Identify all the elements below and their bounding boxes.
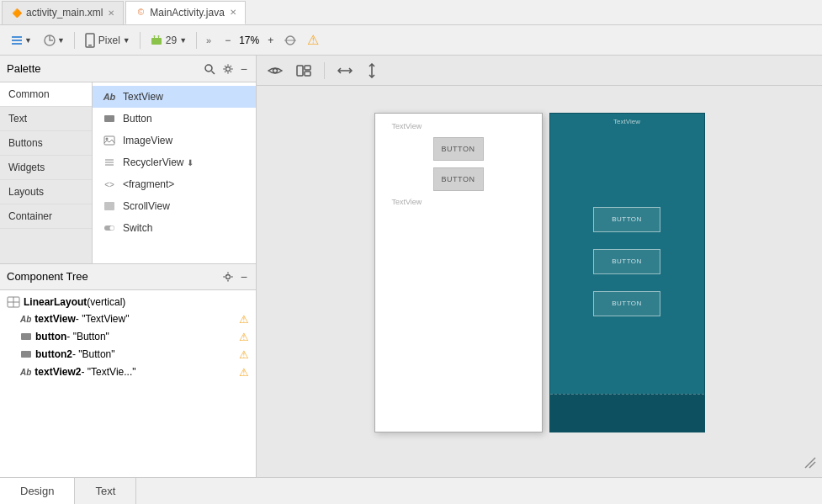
design-textview-bottom: TextView xyxy=(392,198,422,206)
tab-activity-main-label: activity_main.xml xyxy=(26,7,103,19)
widget-fragment[interactable]: <> <fragment> xyxy=(93,173,256,195)
bp-buttons-area: BUTTON BUTTON BUTTON xyxy=(550,129,704,394)
category-container[interactable]: Container xyxy=(0,204,92,229)
widget-scrollview[interactable]: ScrollView xyxy=(93,195,256,217)
layers-icon xyxy=(9,33,24,48)
widget-textview-label: TextView xyxy=(123,91,163,103)
design-device-inner: TextView BUTTON BUTTON TextView xyxy=(375,114,542,432)
widget-recyclerview[interactable]: RecyclerView ⬇ xyxy=(93,151,256,173)
widget-fragment-label: <fragment> xyxy=(123,178,174,190)
palette-close-button[interactable]: − xyxy=(239,61,249,77)
widget-switch[interactable]: Switch xyxy=(93,217,256,239)
bottom-tabs: Design Text xyxy=(0,477,822,504)
tree-gear-icon xyxy=(222,271,234,283)
tree-button2[interactable]: button2- "Button" ⚠ xyxy=(0,346,256,363)
tree-button1[interactable]: button- "Button" ⚠ xyxy=(0,328,256,346)
svg-rect-30 xyxy=(21,351,31,358)
tab-activity-main-close[interactable]: ✕ xyxy=(108,8,114,18)
svg-rect-34 xyxy=(305,72,310,76)
gear-icon xyxy=(222,63,234,75)
design-button1[interactable]: BUTTON xyxy=(433,137,484,161)
palette-tools: − xyxy=(202,61,249,77)
tree-settings-button[interactable] xyxy=(220,269,236,284)
tree-textview1[interactable]: Ab textView- "TextView" ⚠ xyxy=(0,310,256,328)
widget-recyclerview-label: RecyclerView xyxy=(123,157,183,168)
svg-rect-2 xyxy=(12,43,22,45)
api-label: 29 xyxy=(166,34,177,46)
widget-imageview-label: ImageView xyxy=(123,135,172,146)
zoom-in-button[interactable]: + xyxy=(263,33,278,48)
svg-rect-32 xyxy=(297,66,303,76)
dual-view: TextView BUTTON BUTTON TextView TextView… xyxy=(374,113,705,432)
palette-title: Palette xyxy=(7,62,202,75)
button1-warning: ⚠ xyxy=(239,331,249,343)
linearlayout-icon xyxy=(7,296,20,308)
resize-handle[interactable] xyxy=(803,456,817,472)
bp-button3[interactable]: BUTTON xyxy=(593,291,660,316)
api-selector[interactable]: 29 ▼ xyxy=(146,33,191,48)
svg-rect-0 xyxy=(12,36,22,38)
svg-line-14 xyxy=(211,71,215,74)
category-text[interactable]: Text xyxy=(0,107,92,131)
canvas-area[interactable]: TextView BUTTON BUTTON TextView TextView… xyxy=(257,56,822,477)
bp-button1[interactable]: BUTTON xyxy=(593,207,660,232)
widget-button[interactable]: Button xyxy=(93,108,256,130)
component-tree-tools: − xyxy=(220,269,249,284)
category-buttons[interactable]: Buttons xyxy=(0,131,92,156)
textview2-warning: ⚠ xyxy=(239,366,249,379)
tree-linearlayout[interactable]: LinearLayout(vertical) xyxy=(0,294,256,310)
orientation-button[interactable]: ▼ xyxy=(38,31,69,50)
eye-button[interactable] xyxy=(263,63,287,78)
switch-icon xyxy=(101,221,118,235)
layers-button[interactable]: ▼ xyxy=(5,31,36,50)
zoom-out-button[interactable]: − xyxy=(220,33,235,48)
design-device[interactable]: TextView BUTTON BUTTON TextView xyxy=(374,113,543,432)
phone-icon xyxy=(84,33,96,48)
more-options-button[interactable]: » xyxy=(202,34,215,47)
left-panel: Palette − xyxy=(0,56,257,477)
palette-search-button[interactable] xyxy=(202,61,217,77)
bottom-tab-text[interactable]: Text xyxy=(75,478,136,504)
category-common[interactable]: Common xyxy=(0,82,92,107)
tab-main-activity[interactable]: © MainActivity.java ✕ xyxy=(125,1,245,24)
svg-point-8 xyxy=(157,35,159,37)
bottom-tab-design[interactable]: Design xyxy=(0,478,75,504)
fit-screen-button[interactable] xyxy=(279,32,301,49)
category-widgets[interactable]: Widgets xyxy=(0,156,92,180)
blueprint-toggle-button[interactable] xyxy=(292,63,316,78)
tab-activity-main[interactable]: 🔶 activity_main.xml ✕ xyxy=(2,1,124,24)
zoom-in-icon: + xyxy=(268,34,273,46)
more-options-icon: » xyxy=(206,35,211,45)
svg-rect-33 xyxy=(305,66,310,70)
category-list: Common Text Buttons Widgets Layouts Cont… xyxy=(0,82,93,263)
button2-label: button2- "Button" xyxy=(35,348,236,360)
resize-icon xyxy=(803,456,817,470)
svg-rect-6 xyxy=(151,38,162,45)
vertical-expand-icon xyxy=(366,63,378,78)
widget-button-label: Button xyxy=(123,113,152,125)
warning-button[interactable]: ⚠ xyxy=(303,30,323,50)
button-icon xyxy=(101,112,118,125)
widget-imageview[interactable]: ImageView xyxy=(93,130,256,151)
device-label: Pixel xyxy=(98,34,120,46)
bp-button2[interactable]: BUTTON xyxy=(593,249,660,274)
category-layouts[interactable]: Layouts xyxy=(0,180,92,204)
horizontal-expand-icon xyxy=(337,65,353,77)
horizontal-expand-button[interactable] xyxy=(333,63,357,78)
widget-textview[interactable]: Ab TextView xyxy=(93,86,256,108)
component-tree-title: Component Tree xyxy=(7,270,220,283)
svg-point-25 xyxy=(225,274,230,279)
bp-textview-label: TextView xyxy=(613,118,640,125)
blueprint-device[interactable]: TextView BUTTON BUTTON BUTTON xyxy=(549,113,705,432)
device-selector[interactable]: Pixel ▼ xyxy=(80,31,135,50)
bp-bottom-bar xyxy=(550,394,704,432)
vertical-expand-button[interactable] xyxy=(362,61,382,80)
palette-settings-button[interactable] xyxy=(220,61,236,77)
design-button2[interactable]: BUTTON xyxy=(433,167,484,191)
tree-textview2[interactable]: Ab textView2- "TextVie..." ⚠ xyxy=(0,363,256,381)
textview-icon: Ab xyxy=(101,90,118,103)
java-icon: © xyxy=(135,7,146,19)
tab-main-activity-close[interactable]: ✕ xyxy=(230,8,236,17)
tree-minimize-button[interactable]: − xyxy=(239,269,249,284)
sep2 xyxy=(140,32,141,49)
